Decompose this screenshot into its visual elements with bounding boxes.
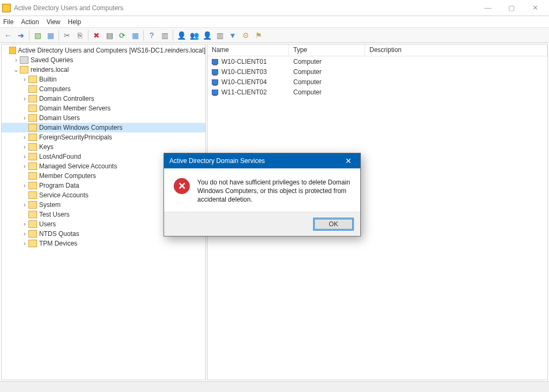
ou-folder-icon [28,85,37,93]
expand-icon[interactable]: › [21,134,28,141]
tree-item-label: TPM Devices [39,240,77,247]
tree-item-label: LostAndFound [39,153,81,160]
tree-item-label: Builtin [39,76,57,83]
expand-icon[interactable]: › [21,114,28,122]
tree-item-label: NTDS Quotas [39,230,79,238]
computer-name: W10-CLIENT01 [221,58,267,65]
tree-item-tpm-devices[interactable]: ›TPM Devices [2,239,205,248]
ou-folder-icon [28,95,37,102]
tree-item-domain-controllers[interactable]: ›Domain Controllers [2,94,205,103]
tree-root[interactable]: Active Directory Users and Computers [WS… [2,46,205,55]
cell-name: W10-CLIENT01 [207,57,289,66]
add-to-group-button[interactable]: ▥ [214,29,226,41]
menu-file[interactable]: File [3,18,13,26]
error-icon: ✕ [174,178,190,194]
column-name[interactable]: Name [207,45,289,56]
menu-view[interactable]: View [47,18,61,26]
tree-item-builtin[interactable]: ›Builtin [2,75,205,84]
tree-item-label: Member Computers [39,172,96,180]
list-row[interactable]: W10-CLIENT04Computer [207,77,547,87]
cut-button[interactable]: ✂ [61,29,73,41]
toolbar-separator [29,30,29,41]
new-group-button[interactable]: 👥 [188,29,200,41]
menu-action[interactable]: Action [21,18,39,26]
ok-button[interactable]: OK [313,218,354,231]
more-actions-button[interactable]: ⚑ [253,29,264,41]
maximize-button[interactable]: ▢ [500,0,523,16]
close-button[interactable]: ✕ [523,0,547,16]
tree-domain[interactable]: ⌄ reinders.local [2,65,205,75]
toolbar-separator [58,30,59,41]
copy-button[interactable]: ⎘ [74,29,86,41]
options-button[interactable]: ⚙ [240,29,251,41]
list-row[interactable]: W10-CLIENT01Computer [207,56,547,66]
menubar: File Action View Help [0,16,549,28]
minimize-button[interactable]: — [476,0,500,16]
cell-name: W11-CLIENT02 [207,88,289,97]
up-one-level-button[interactable]: ▧ [32,29,43,41]
cell-type: Computer [289,88,365,97]
back-button[interactable]: ← [2,29,14,41]
window-title: Active Directory Users and Computers [14,4,476,12]
properties-button[interactable]: ▤ [103,29,115,41]
forward-button[interactable]: ➔ [15,29,27,41]
ou-folder-icon [28,143,37,151]
expand-icon[interactable]: › [21,153,28,160]
export-list-button[interactable]: ▦ [129,29,141,41]
delete-button[interactable]: ✖ [91,29,102,41]
help-button[interactable]: ? [146,29,158,41]
dialog-footer: OK [164,212,360,236]
filter-button[interactable]: ▼ [227,29,239,41]
error-dialog: Active Directory Domain Services ✕ ✕ You… [164,153,361,236]
column-description[interactable]: Description [365,45,547,56]
computer-icon [212,88,219,96]
expand-icon[interactable]: › [21,220,28,228]
tree-item-computers[interactable]: Computers [2,84,205,94]
tree-root-label: Active Directory Users and Computers [WS… [18,47,205,54]
dialog-close-button[interactable]: ✕ [341,153,356,168]
expand-icon[interactable]: › [21,182,28,189]
titlebar: Active Directory Users and Computers — ▢… [0,0,549,16]
cell-type: Computer [289,78,365,86]
menu-help[interactable]: Help [68,18,81,26]
tree-item-label: Domain Users [39,114,80,122]
expand-icon[interactable]: › [21,201,28,209]
expand-icon[interactable]: › [21,76,28,83]
computer-name: W10-CLIENT03 [221,68,267,76]
tree-item-label: Keys [39,143,54,151]
tree-item-label: Domain Member Servers [39,105,110,112]
collapse-icon[interactable]: ⌄ [12,66,20,73]
expand-icon[interactable]: › [12,56,20,64]
dialog-titlebar[interactable]: Active Directory Domain Services ✕ [164,153,360,168]
tree-item-domain-users[interactable]: ›Domain Users [2,113,205,123]
tree-item-keys[interactable]: ›Keys [2,142,205,152]
cell-name: W10-CLIENT04 [207,78,289,86]
new-ou-button[interactable]: 👤 [201,29,213,41]
new-user-button[interactable]: 👤 [175,29,187,41]
tree-item-domain-windows-computers[interactable]: Domain Windows Computers [2,123,205,132]
tree-item-domain-member-servers[interactable]: Domain Member Servers [2,103,205,113]
cell-type: Computer [289,68,365,76]
column-type[interactable]: Type [289,45,365,56]
tree-item-foreignsecurityprincipals[interactable]: ›ForeignSecurityPrincipals [2,132,205,142]
expand-icon[interactable]: › [21,162,28,170]
list-row[interactable]: W11-CLIENT02Computer [207,87,547,97]
list-row[interactable]: W10-CLIENT03Computer [207,66,547,77]
folder-icon [20,56,28,64]
find-button[interactable]: ▥ [159,29,170,41]
cell-type: Computer [289,57,365,66]
ou-folder-icon [28,124,37,131]
tree-saved-queries[interactable]: › Saved Queries [2,55,205,65]
expand-icon[interactable]: › [21,230,28,238]
show-hide-tree-button[interactable]: ▦ [44,29,56,41]
expand-icon[interactable]: › [21,95,28,102]
tree-item-label: ForeignSecurityPrincipals [39,134,112,141]
ou-folder-icon [28,230,37,238]
expand-icon[interactable]: › [21,240,28,247]
tree-item-label: Computers [39,85,71,93]
expand-icon[interactable]: › [21,143,28,151]
refresh-button[interactable]: ⟳ [116,29,128,41]
computer-icon [212,58,219,65]
ou-folder-icon [28,134,37,141]
statusbar [0,381,549,392]
